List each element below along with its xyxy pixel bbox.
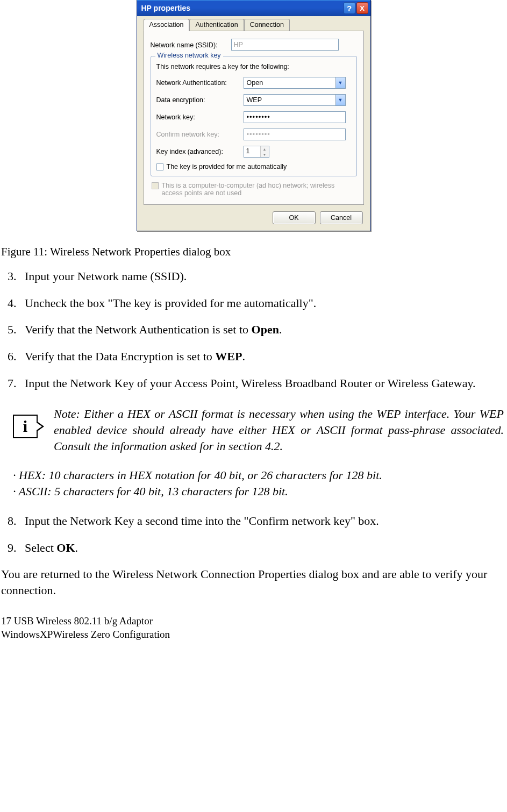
step-4: Uncheck the box "The key is provided for… [19,295,506,311]
checkbox-icon [156,163,163,170]
key-index-value: 1 [244,146,260,157]
step-list-b: Input the Network Key a second time into… [1,513,506,555]
note-text: Note: Either a HEX or ASCII format is ne… [54,406,506,454]
step-9: Select OK. [19,540,506,556]
help-button[interactable]: ? [344,2,355,14]
titlebar[interactable]: HP properties ? X [137,0,370,16]
confirm-key-input[interactable]: •••••••• [244,129,346,140]
key-index-spinner[interactable]: 1 ▲ ▼ [244,146,269,158]
auth-label: Network Authentication: [156,79,244,87]
close-button[interactable]: X [356,2,368,14]
close-icon: X [360,4,365,12]
step-6: Verify that the Data Encryption is set t… [19,348,506,365]
note-block: i Note: Either a HEX or ASCII format is … [1,406,506,454]
footer-line-1: 17 USB Wireless 802.11 b/g Adaptor [1,615,506,628]
auto-key-checkbox[interactable]: The key is provided for me automatically [156,163,351,170]
step-3: Input your Network name (SSID). [19,268,506,284]
step-7: Input the Network Key of your Access Poi… [19,375,506,391]
figure-caption: Figure 11: Wireless Network Properties d… [1,245,506,259]
chevron-down-icon: ▼ [335,77,345,88]
ssid-input[interactable] [231,39,339,51]
bullet-hex: · HEX: 10 characters in HEX notation for… [13,467,506,484]
wireless-key-group: Wireless network key This network requir… [151,56,357,176]
chevron-down-icon: ▼ [335,95,345,105]
key-index-label: Key index (advanced): [156,148,244,155]
network-authentication-combo[interactable]: Open ▼ [244,77,346,89]
group-legend: Wireless network key [155,52,223,59]
auth-value: Open [247,79,263,87]
confirm-key-label: Confirm network key: [156,131,244,138]
tab-authentication[interactable]: Authentication [189,19,244,31]
step-list-a: Input your Network name (SSID). Uncheck … [1,268,506,391]
adhoc-label: This is a computer-to-computer (ad hoc) … [162,182,356,197]
bullet-ascii: · ASCII: 5 characters for 40 bit, 13 cha… [13,483,506,500]
enc-value: WEP [247,96,262,104]
page-footer: 17 USB Wireless 802.11 b/g Adaptor Windo… [1,615,506,641]
network-key-label: Network key: [156,113,244,121]
checkbox-icon [152,182,159,189]
tabstrip: Association Authentication Connection [144,19,364,31]
format-bullets: · HEX: 10 characters in HEX notation for… [13,467,506,501]
step-5: Verify that the Network Authentication i… [19,322,506,338]
tab-association[interactable]: Association [144,19,190,31]
info-icon: i [13,415,38,438]
window-title: HP properties [141,4,342,12]
group-intro: This network requires a key for the foll… [156,63,351,70]
spinner-down-icon[interactable]: ▼ [261,152,269,157]
closing-paragraph: You are returned to the Wireless Network… [1,566,506,598]
adhoc-checkbox: This is a computer-to-computer (ad hoc) … [152,182,356,197]
auto-key-label: The key is provided for me automatically [167,163,287,170]
tab-connection[interactable]: Connection [244,19,290,31]
enc-label: Data encryption: [156,96,244,104]
ssid-label: Network name (SSID): [151,41,218,49]
hp-properties-dialog: HP properties ? X Association Authentica… [137,0,371,231]
tab-panel-association: Network name (SSID): Wireless network ke… [144,31,364,205]
help-icon: ? [347,4,352,13]
ok-button[interactable]: OK [273,211,316,224]
cancel-button[interactable]: Cancel [320,211,363,224]
footer-line-2: WindowsXPWireless Zero Configuration [1,628,506,642]
spinner-up-icon[interactable]: ▲ [261,146,269,152]
network-key-input[interactable]: •••••••• [244,111,346,123]
step-8: Input the Network Key a second time into… [19,513,506,529]
data-encryption-combo[interactable]: WEP ▼ [244,94,346,106]
